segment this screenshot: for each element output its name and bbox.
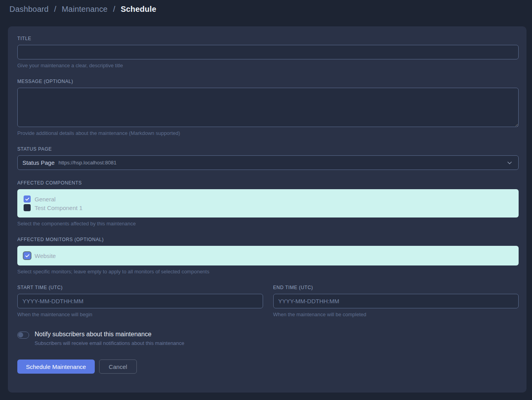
start-time-input[interactable] <box>17 294 263 308</box>
breadcrumb-separator: / <box>113 5 115 13</box>
toggle-knob <box>18 332 23 337</box>
affected-monitors-field-group: AFFECTED MONITORS (OPTIONAL) Website Sel… <box>17 237 519 275</box>
status-page-select[interactable]: Status Page https://hsp.localhost:8081 <box>17 155 519 170</box>
affected-components-helper: Select the components affected by this m… <box>17 221 519 227</box>
start-time-label: START TIME (UTC) <box>17 285 263 290</box>
checkbox-website[interactable] <box>24 252 31 259</box>
affected-monitors-panel: Website <box>17 246 519 265</box>
affected-monitors-label: AFFECTED MONITORS (OPTIONAL) <box>17 237 519 242</box>
checkmark-icon <box>25 254 29 258</box>
component-checkbox-row-general[interactable]: General <box>24 195 512 203</box>
time-fields-row: START TIME (UTC) When the maintenance wi… <box>17 285 519 317</box>
status-page-selected-name: Status Page <box>22 159 55 166</box>
notify-subscribers-label: Notify subscribers about this maintenanc… <box>35 331 184 338</box>
status-page-selected-url: https://hsp.localhost:8081 <box>59 160 116 166</box>
monitor-checkbox-row-website[interactable]: Website <box>24 251 512 260</box>
affected-monitors-helper: Select specific monitors; leave empty to… <box>17 269 519 275</box>
breadcrumb-current-page: Schedule <box>121 5 156 13</box>
component-label-test-component-1: Test Component 1 <box>35 205 83 211</box>
start-time-helper: When the maintenance will begin <box>17 312 263 317</box>
message-field-group: MESSAGE (OPTIONAL) Provide additional de… <box>17 79 519 136</box>
monitor-label-website: Website <box>35 253 56 259</box>
status-page-label: STATUS PAGE <box>17 146 519 152</box>
end-time-helper: When the maintenance will be completed <box>273 312 519 317</box>
title-field-group: TITLE Give your maintenance a clear, des… <box>17 36 519 68</box>
schedule-maintenance-button[interactable]: Schedule Maintenance <box>17 359 95 374</box>
start-time-field-group: START TIME (UTC) When the maintenance wi… <box>17 285 263 317</box>
component-checkbox-row-test-component-1[interactable]: Test Component 1 <box>24 203 512 212</box>
cancel-button[interactable]: Cancel <box>99 359 137 374</box>
breadcrumb-separator: / <box>54 5 56 13</box>
affected-components-panel: General Test Component 1 <box>17 189 519 218</box>
message-textarea[interactable] <box>17 88 519 127</box>
notify-subscribers-helper: Subscribers will receive email notificat… <box>35 340 184 346</box>
breadcrumb: Dashboard / Maintenance / Schedule <box>0 0 532 17</box>
checkbox-general[interactable] <box>24 195 31 203</box>
checkmark-icon <box>25 197 29 201</box>
form-actions: Schedule Maintenance Cancel <box>17 359 519 374</box>
message-helper: Provide additional details about the mai… <box>17 130 519 136</box>
notify-subscribers-row: Notify subscribers about this maintenanc… <box>17 331 519 346</box>
message-label: MESSAGE (OPTIONAL) <box>17 79 519 84</box>
end-time-field-group: END TIME (UTC) When the maintenance will… <box>273 285 519 317</box>
breadcrumb-dashboard[interactable]: Dashboard <box>9 5 49 13</box>
end-time-input[interactable] <box>273 294 519 308</box>
breadcrumb-maintenance[interactable]: Maintenance <box>62 5 108 13</box>
schedule-maintenance-form: TITLE Give your maintenance a clear, des… <box>8 26 526 393</box>
title-helper: Give your maintenance a clear, descripti… <box>17 63 519 68</box>
affected-components-field-group: AFFECTED COMPONENTS General Test Compone… <box>17 180 519 227</box>
notify-subscribers-toggle[interactable] <box>17 332 29 339</box>
chevron-down-icon <box>506 160 513 166</box>
end-time-label: END TIME (UTC) <box>273 285 519 290</box>
component-label-general: General <box>35 196 55 203</box>
title-label: TITLE <box>17 36 519 41</box>
status-page-field-group: STATUS PAGE Status Page https://hsp.loca… <box>17 146 519 170</box>
checkbox-test-component-1[interactable] <box>24 204 31 211</box>
title-input[interactable] <box>17 45 519 59</box>
affected-components-label: AFFECTED COMPONENTS <box>17 180 519 186</box>
